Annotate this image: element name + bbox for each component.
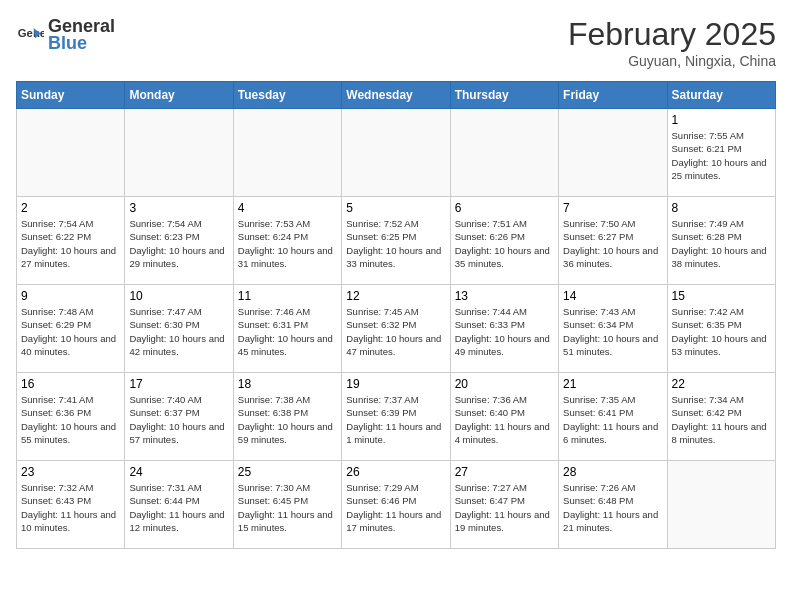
day-info: Sunrise: 7:43 AM Sunset: 6:34 PM Dayligh… [563, 305, 662, 358]
calendar-cell: 9Sunrise: 7:48 AM Sunset: 6:29 PM Daylig… [17, 285, 125, 373]
logo: General General Blue [16, 16, 115, 54]
day-number: 2 [21, 201, 120, 215]
day-info: Sunrise: 7:30 AM Sunset: 6:45 PM Dayligh… [238, 481, 337, 534]
week-row: 2Sunrise: 7:54 AM Sunset: 6:22 PM Daylig… [17, 197, 776, 285]
day-number: 6 [455, 201, 554, 215]
logo-blue-text: Blue [48, 33, 115, 54]
calendar-cell: 25Sunrise: 7:30 AM Sunset: 6:45 PM Dayli… [233, 461, 341, 549]
calendar-cell: 6Sunrise: 7:51 AM Sunset: 6:26 PM Daylig… [450, 197, 558, 285]
day-number: 16 [21, 377, 120, 391]
day-info: Sunrise: 7:38 AM Sunset: 6:38 PM Dayligh… [238, 393, 337, 446]
day-info: Sunrise: 7:27 AM Sunset: 6:47 PM Dayligh… [455, 481, 554, 534]
day-info: Sunrise: 7:26 AM Sunset: 6:48 PM Dayligh… [563, 481, 662, 534]
day-number: 19 [346, 377, 445, 391]
day-number: 24 [129, 465, 228, 479]
day-number: 13 [455, 289, 554, 303]
calendar-cell: 27Sunrise: 7:27 AM Sunset: 6:47 PM Dayli… [450, 461, 558, 549]
day-number: 18 [238, 377, 337, 391]
calendar-cell: 15Sunrise: 7:42 AM Sunset: 6:35 PM Dayli… [667, 285, 775, 373]
calendar-cell: 28Sunrise: 7:26 AM Sunset: 6:48 PM Dayli… [559, 461, 667, 549]
day-info: Sunrise: 7:44 AM Sunset: 6:33 PM Dayligh… [455, 305, 554, 358]
calendar-cell: 26Sunrise: 7:29 AM Sunset: 6:46 PM Dayli… [342, 461, 450, 549]
day-info: Sunrise: 7:40 AM Sunset: 6:37 PM Dayligh… [129, 393, 228, 446]
day-number: 5 [346, 201, 445, 215]
location: Guyuan, Ningxia, China [568, 53, 776, 69]
calendar-cell [667, 461, 775, 549]
day-number: 20 [455, 377, 554, 391]
day-info: Sunrise: 7:51 AM Sunset: 6:26 PM Dayligh… [455, 217, 554, 270]
day-info: Sunrise: 7:37 AM Sunset: 6:39 PM Dayligh… [346, 393, 445, 446]
day-info: Sunrise: 7:36 AM Sunset: 6:40 PM Dayligh… [455, 393, 554, 446]
day-number: 1 [672, 113, 771, 127]
day-number: 15 [672, 289, 771, 303]
week-row: 16Sunrise: 7:41 AM Sunset: 6:36 PM Dayli… [17, 373, 776, 461]
calendar-cell: 12Sunrise: 7:45 AM Sunset: 6:32 PM Dayli… [342, 285, 450, 373]
calendar-cell: 1Sunrise: 7:55 AM Sunset: 6:21 PM Daylig… [667, 109, 775, 197]
day-info: Sunrise: 7:29 AM Sunset: 6:46 PM Dayligh… [346, 481, 445, 534]
calendar-cell: 17Sunrise: 7:40 AM Sunset: 6:37 PM Dayli… [125, 373, 233, 461]
day-number: 12 [346, 289, 445, 303]
day-info: Sunrise: 7:35 AM Sunset: 6:41 PM Dayligh… [563, 393, 662, 446]
day-number: 17 [129, 377, 228, 391]
weekday-header: Thursday [450, 82, 558, 109]
svg-text:General: General [18, 27, 44, 39]
day-info: Sunrise: 7:49 AM Sunset: 6:28 PM Dayligh… [672, 217, 771, 270]
calendar: SundayMondayTuesdayWednesdayThursdayFrid… [16, 81, 776, 549]
day-number: 9 [21, 289, 120, 303]
calendar-cell: 10Sunrise: 7:47 AM Sunset: 6:30 PM Dayli… [125, 285, 233, 373]
calendar-cell [559, 109, 667, 197]
calendar-cell: 4Sunrise: 7:53 AM Sunset: 6:24 PM Daylig… [233, 197, 341, 285]
calendar-cell: 19Sunrise: 7:37 AM Sunset: 6:39 PM Dayli… [342, 373, 450, 461]
day-number: 3 [129, 201, 228, 215]
calendar-cell: 24Sunrise: 7:31 AM Sunset: 6:44 PM Dayli… [125, 461, 233, 549]
calendar-cell: 14Sunrise: 7:43 AM Sunset: 6:34 PM Dayli… [559, 285, 667, 373]
calendar-cell: 2Sunrise: 7:54 AM Sunset: 6:22 PM Daylig… [17, 197, 125, 285]
weekday-header: Friday [559, 82, 667, 109]
day-number: 10 [129, 289, 228, 303]
calendar-cell: 3Sunrise: 7:54 AM Sunset: 6:23 PM Daylig… [125, 197, 233, 285]
weekday-header: Monday [125, 82, 233, 109]
calendar-cell [450, 109, 558, 197]
calendar-cell: 7Sunrise: 7:50 AM Sunset: 6:27 PM Daylig… [559, 197, 667, 285]
day-info: Sunrise: 7:45 AM Sunset: 6:32 PM Dayligh… [346, 305, 445, 358]
week-row: 9Sunrise: 7:48 AM Sunset: 6:29 PM Daylig… [17, 285, 776, 373]
calendar-cell: 13Sunrise: 7:44 AM Sunset: 6:33 PM Dayli… [450, 285, 558, 373]
calendar-cell: 8Sunrise: 7:49 AM Sunset: 6:28 PM Daylig… [667, 197, 775, 285]
calendar-cell: 22Sunrise: 7:34 AM Sunset: 6:42 PM Dayli… [667, 373, 775, 461]
day-info: Sunrise: 7:48 AM Sunset: 6:29 PM Dayligh… [21, 305, 120, 358]
weekday-header-row: SundayMondayTuesdayWednesdayThursdayFrid… [17, 82, 776, 109]
calendar-cell [125, 109, 233, 197]
day-number: 7 [563, 201, 662, 215]
day-info: Sunrise: 7:54 AM Sunset: 6:22 PM Dayligh… [21, 217, 120, 270]
day-info: Sunrise: 7:32 AM Sunset: 6:43 PM Dayligh… [21, 481, 120, 534]
day-info: Sunrise: 7:52 AM Sunset: 6:25 PM Dayligh… [346, 217, 445, 270]
calendar-cell: 21Sunrise: 7:35 AM Sunset: 6:41 PM Dayli… [559, 373, 667, 461]
day-info: Sunrise: 7:31 AM Sunset: 6:44 PM Dayligh… [129, 481, 228, 534]
calendar-cell [342, 109, 450, 197]
day-info: Sunrise: 7:41 AM Sunset: 6:36 PM Dayligh… [21, 393, 120, 446]
day-number: 27 [455, 465, 554, 479]
day-number: 8 [672, 201, 771, 215]
day-info: Sunrise: 7:53 AM Sunset: 6:24 PM Dayligh… [238, 217, 337, 270]
day-number: 22 [672, 377, 771, 391]
day-number: 26 [346, 465, 445, 479]
day-info: Sunrise: 7:47 AM Sunset: 6:30 PM Dayligh… [129, 305, 228, 358]
week-row: 23Sunrise: 7:32 AM Sunset: 6:43 PM Dayli… [17, 461, 776, 549]
day-number: 25 [238, 465, 337, 479]
day-info: Sunrise: 7:55 AM Sunset: 6:21 PM Dayligh… [672, 129, 771, 182]
logo-icon: General [16, 21, 44, 49]
calendar-cell: 5Sunrise: 7:52 AM Sunset: 6:25 PM Daylig… [342, 197, 450, 285]
day-info: Sunrise: 7:50 AM Sunset: 6:27 PM Dayligh… [563, 217, 662, 270]
weekday-header: Wednesday [342, 82, 450, 109]
title-area: February 2025 Guyuan, Ningxia, China [568, 16, 776, 69]
day-number: 14 [563, 289, 662, 303]
calendar-cell [17, 109, 125, 197]
calendar-cell: 16Sunrise: 7:41 AM Sunset: 6:36 PM Dayli… [17, 373, 125, 461]
weekday-header: Sunday [17, 82, 125, 109]
calendar-cell: 18Sunrise: 7:38 AM Sunset: 6:38 PM Dayli… [233, 373, 341, 461]
day-info: Sunrise: 7:42 AM Sunset: 6:35 PM Dayligh… [672, 305, 771, 358]
weekday-header: Tuesday [233, 82, 341, 109]
day-number: 11 [238, 289, 337, 303]
day-info: Sunrise: 7:34 AM Sunset: 6:42 PM Dayligh… [672, 393, 771, 446]
day-info: Sunrise: 7:46 AM Sunset: 6:31 PM Dayligh… [238, 305, 337, 358]
